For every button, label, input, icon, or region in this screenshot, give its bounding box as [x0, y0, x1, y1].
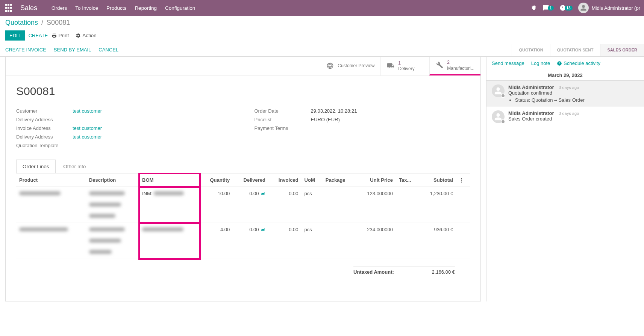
customer-link[interactable]: test customer — [73, 108, 102, 114]
th-uom[interactable]: UoM — [302, 173, 323, 187]
stage-quotation[interactable]: Quotation — [512, 44, 550, 56]
th-quantity[interactable]: Quantity — [200, 173, 233, 187]
th-delivered[interactable]: Delivered — [233, 173, 268, 187]
field-value: EURO (EUR) — [311, 117, 340, 122]
chatter: Send message Log note Schedule activity … — [486, 57, 644, 301]
graph-icon[interactable] — [260, 227, 265, 232]
field-value: 29.03.2022. 10:28:21 — [311, 108, 357, 114]
create-button[interactable]: Create — [25, 31, 52, 40]
message: Midis Administrator- 3 days ago Quotatio… — [486, 81, 644, 107]
invoice-address-link[interactable]: test customer — [73, 125, 102, 131]
chatter-date: March 29, 2022 — [486, 70, 644, 81]
th-subtotal[interactable]: Subtotal — [419, 173, 456, 187]
table-row[interactable]: 4.00 0.00 0.00 pcs 234.000000 936.00 € — [16, 223, 470, 259]
graph-icon[interactable] — [260, 191, 265, 196]
th-package[interactable]: Package — [323, 173, 356, 187]
statusbar: Create Invoice Send by Email Cancel Quot… — [0, 43, 644, 57]
wrench-icon — [436, 61, 443, 70]
breadcrumb: Quotations / S00081 — [5, 19, 639, 27]
field-label: Order Date — [255, 108, 311, 114]
avatar-icon — [578, 3, 589, 13]
brand[interactable]: Sales — [20, 4, 37, 12]
stat-manufacturing[interactable]: 2Manufacturi... — [429, 57, 480, 75]
avatar-icon — [492, 84, 505, 97]
delivery-address-link[interactable]: test customer — [73, 134, 102, 140]
field-label: Delivery Address — [16, 117, 73, 122]
messaging-badge: 1 — [548, 6, 554, 11]
cancel-button[interactable]: Cancel — [98, 47, 118, 53]
control-panel: Quotations / S00081 Edit Create Print Ac… — [0, 16, 644, 43]
print-icon — [52, 33, 57, 38]
field-label: Payment Terms — [255, 125, 311, 131]
kebab-icon[interactable]: ⋮ — [456, 173, 470, 187]
truck-icon — [387, 62, 394, 71]
tab-order-lines[interactable]: Order Lines — [16, 160, 56, 173]
debug-icon[interactable] — [531, 5, 537, 12]
stage-sales-order[interactable]: Sales Order — [600, 44, 644, 56]
th-unit-price[interactable]: Unit Price — [355, 173, 396, 187]
message: Midis Administrator- 3 days ago Sales Or… — [486, 107, 644, 127]
nav-configuration[interactable]: Configuration — [165, 5, 195, 11]
activities-badge: 13 — [565, 6, 573, 11]
gear-icon — [76, 33, 81, 38]
th-product[interactable]: Product — [16, 173, 86, 187]
breadcrumb-current: S00081 — [47, 19, 70, 26]
avatar-icon — [492, 110, 505, 123]
field-label: Delivery Address — [16, 134, 73, 140]
activities-icon[interactable]: 13 — [559, 5, 573, 11]
th-bom[interactable]: BOM — [139, 173, 200, 187]
user-menu[interactable]: Midis Administrator (pr — [578, 3, 640, 13]
table-row[interactable]: INM: 10.00 0.00 0.00 pcs 123.000000 1,23… — [16, 187, 470, 223]
order-lines-table: Product Description BOM Quantity Deliver… — [16, 173, 470, 259]
untaxed-label: Untaxed Amount: — [353, 269, 394, 275]
nav-products[interactable]: Products — [106, 5, 126, 11]
send-message-button[interactable]: Send message — [492, 60, 524, 66]
page-title: S00081 — [16, 85, 470, 98]
tab-other-info[interactable]: Other Info — [57, 160, 92, 173]
clock-icon — [557, 61, 562, 66]
th-description[interactable]: Description — [86, 173, 139, 187]
globe-icon — [326, 62, 334, 71]
field-label: Customer — [16, 108, 73, 114]
nav-reporting[interactable]: Reporting — [135, 5, 157, 11]
field-label: Quotation Template — [16, 143, 73, 148]
print-button[interactable]: Print — [52, 33, 69, 38]
edit-button[interactable]: Edit — [5, 30, 25, 41]
navbar: Sales Orders To Invoice Products Reporti… — [0, 0, 644, 16]
untaxed-value: 2,166.00 € — [432, 269, 455, 275]
nav-to-invoice[interactable]: To Invoice — [75, 5, 98, 11]
nav-orders[interactable]: Orders — [52, 5, 67, 11]
nav-menu: Orders To Invoice Products Reporting Con… — [52, 5, 195, 11]
form-sheet: Customer Preview 1Delivery 2Manufacturi.… — [5, 56, 481, 301]
field-label: Pricelist — [255, 117, 311, 122]
stat-customer-preview[interactable]: Customer Preview — [320, 57, 380, 75]
action-button[interactable]: Action — [76, 33, 97, 38]
stat-delivery[interactable]: 1Delivery — [380, 57, 429, 75]
schedule-activity-button[interactable]: Schedule activity — [557, 60, 600, 66]
apps-icon[interactable] — [4, 3, 13, 12]
field-label: Invoice Address — [16, 125, 73, 131]
th-invoiced[interactable]: Invoiced — [268, 173, 301, 187]
stage-quotation-sent[interactable]: Quotation Sent — [550, 44, 600, 56]
send-by-email-button[interactable]: Send by Email — [54, 47, 91, 53]
breadcrumb-root[interactable]: Quotations — [5, 19, 38, 26]
user-name: Midis Administrator (pr — [592, 5, 640, 11]
th-taxes[interactable]: Tax... — [396, 173, 419, 187]
messaging-icon[interactable]: 1 — [542, 5, 554, 11]
create-invoice-button[interactable]: Create Invoice — [5, 47, 46, 53]
log-note-button[interactable]: Log note — [531, 60, 550, 66]
